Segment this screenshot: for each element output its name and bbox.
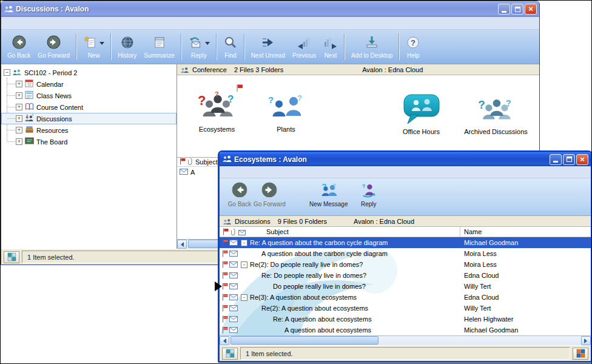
go-back-button[interactable]: Go Back — [226, 181, 254, 207]
name-cell: Moira Less — [464, 250, 497, 257]
message-row[interactable]: Re(3): A question about ecosystems Edna … — [220, 292, 591, 303]
menu-item[interactable] — [1, 22, 11, 24]
name-cell: Michael Goodman — [464, 239, 518, 246]
menu-item[interactable] — [239, 171, 249, 174]
subject-cell[interactable]: Re(2): Do people really live in domes? — [250, 261, 363, 268]
menu-item[interactable] — [21, 22, 30, 24]
folder-ecosystems[interactable]: ??? Ecosystems — [182, 86, 252, 133]
tree-root[interactable]: SCI102 - Period 2 — [1, 67, 177, 78]
new-dropdown-icon[interactable] — [99, 42, 104, 47]
collapse-expander[interactable] — [4, 69, 10, 76]
subject-cell[interactable]: A question about the carbon cycle diagra… — [261, 250, 388, 257]
menu-item[interactable] — [258, 171, 268, 174]
message-row[interactable]: Do people really live in domes? Willy Te… — [220, 281, 591, 292]
close-button[interactable] — [576, 154, 588, 165]
attachment-column-icon[interactable] — [231, 228, 236, 237]
folder-archived-discussions[interactable]: ?? Archived Discussions — [455, 89, 537, 135]
subject-column-header[interactable]: Subject — [266, 228, 289, 235]
expand-icon[interactable] — [16, 104, 22, 110]
message-row[interactable]: Re(2): A question about ecosystems Willy… — [220, 303, 591, 314]
maximize-button[interactable] — [511, 4, 523, 15]
name-cell: Michael Goodman — [464, 326, 518, 334]
flag-column-icon[interactable] — [223, 228, 229, 237]
minimize-button[interactable] — [550, 154, 562, 165]
subject-cell[interactable]: Re(2): A question about ecosystems — [261, 305, 368, 312]
menu-item[interactable] — [11, 22, 21, 24]
tree-item-discussions[interactable]: ?? Discussions — [1, 113, 177, 124]
help-button[interactable]: ? Help — [402, 33, 424, 60]
scrollbar-track[interactable] — [229, 336, 581, 345]
previous-button[interactable]: Previous — [289, 33, 320, 60]
subject-cell[interactable]: A question about ecosystems — [284, 326, 371, 334]
view-grid-button[interactable] — [222, 348, 238, 360]
menu-item[interactable] — [59, 22, 69, 24]
subject-column-header[interactable]: Subject — [195, 158, 220, 166]
folder-office-hours[interactable]: Office Hours — [383, 89, 459, 135]
minimize-button[interactable] — [498, 4, 510, 15]
collapse-expander[interactable] — [241, 261, 247, 268]
folder-plants[interactable]: ?? Plants — [251, 86, 321, 133]
menu-item[interactable] — [229, 171, 239, 174]
new-button[interactable]: New — [79, 33, 108, 60]
message-row[interactable]: Re: A question about ecosystems Helen Hi… — [220, 314, 591, 325]
menu-item[interactable] — [50, 22, 59, 24]
expand-icon[interactable] — [16, 127, 22, 133]
close-button[interactable] — [525, 4, 537, 15]
tree-item-calendar[interactable]: Calendar — [1, 78, 177, 90]
expand-icon[interactable] — [16, 115, 22, 122]
reply-button[interactable]: Reply — [184, 33, 214, 60]
reply-dropdown-icon[interactable] — [205, 42, 210, 47]
tree-item-class-news[interactable]: Class News — [1, 90, 177, 101]
subject-cell[interactable]: Re: A question about ecosystems — [273, 315, 372, 323]
message-row[interactable]: Re(2): Do people really live in domes? M… — [220, 259, 591, 270]
new-message-button[interactable]: ?? New Message — [306, 181, 351, 207]
reply-button[interactable]: ? Reply — [355, 181, 383, 207]
scroll-left-button[interactable] — [220, 336, 229, 345]
expand-icon[interactable] — [16, 81, 22, 87]
menu-item[interactable] — [278, 171, 288, 174]
main-titlebar[interactable]: Discussions : Avalon — [1, 1, 539, 17]
menu-item[interactable] — [268, 171, 278, 174]
next-button[interactable]: Next — [320, 33, 341, 60]
message-row[interactable]: A question about ecosystems Michael Good… — [220, 325, 591, 335]
find-button[interactable]: Find — [220, 33, 241, 60]
subject-cell[interactable]: Re: A question about the carbon cycle di… — [250, 239, 388, 246]
name-column-header[interactable]: Name — [464, 228, 482, 235]
collapse-expander[interactable] — [241, 294, 247, 301]
column-divider[interactable] — [460, 227, 460, 237]
scrollbar-thumb[interactable] — [230, 336, 378, 345]
maximize-button[interactable] — [563, 154, 575, 165]
menu-item[interactable] — [30, 22, 40, 24]
tree-item-course-content[interactable]: Course Content — [1, 101, 177, 113]
scroll-left-button[interactable] — [177, 240, 187, 249]
view-grid-button[interactable] — [4, 251, 19, 263]
menu-item[interactable] — [40, 22, 50, 24]
message-row[interactable]: A question about the carbon cycle diagra… — [220, 248, 591, 259]
collapse-expander[interactable] — [241, 240, 247, 246]
go-forward-button[interactable]: Go Forward — [254, 181, 286, 207]
summarize-button[interactable]: Summarize — [140, 33, 178, 60]
expand-icon[interactable] — [16, 92, 22, 99]
eco-titlebar[interactable]: Ecosystems : Avalon — [220, 152, 591, 166]
next-unread-button[interactable]: Next Unread — [247, 33, 289, 60]
go-back-button[interactable]: Go Back — [4, 33, 34, 60]
layout-grid-button[interactable] — [573, 348, 588, 360]
message-row[interactable]: Re: Do people really live in domes? Edna… — [220, 270, 591, 281]
tree-item-the-board[interactable]: The Board — [1, 136, 177, 147]
tree-item-resources[interactable]: Resources — [1, 124, 177, 136]
add-to-desktop-button[interactable]: Add to Desktop — [348, 33, 396, 60]
type-column-icon[interactable] — [238, 229, 246, 237]
expand-icon[interactable] — [16, 138, 22, 145]
envelope-icon — [229, 251, 239, 257]
scroll-right-button[interactable] — [581, 336, 591, 345]
go-forward-button[interactable]: Go Forward — [34, 33, 73, 60]
subject-cell[interactable]: Do people really live in domes? — [273, 283, 366, 290]
menu-item[interactable] — [220, 171, 229, 174]
tree-item-label: Class News — [36, 92, 72, 99]
subject-cell[interactable]: Re: Do people really live in domes? — [261, 272, 366, 279]
history-button[interactable]: History — [114, 33, 140, 60]
subject-cell[interactable]: Re(3): A question about ecosystems — [250, 294, 357, 301]
tree-item-label: Resources — [36, 127, 69, 134]
message-row[interactable]: Re: A question about the carbon cycle di… — [220, 237, 591, 248]
menu-item[interactable] — [249, 171, 258, 174]
